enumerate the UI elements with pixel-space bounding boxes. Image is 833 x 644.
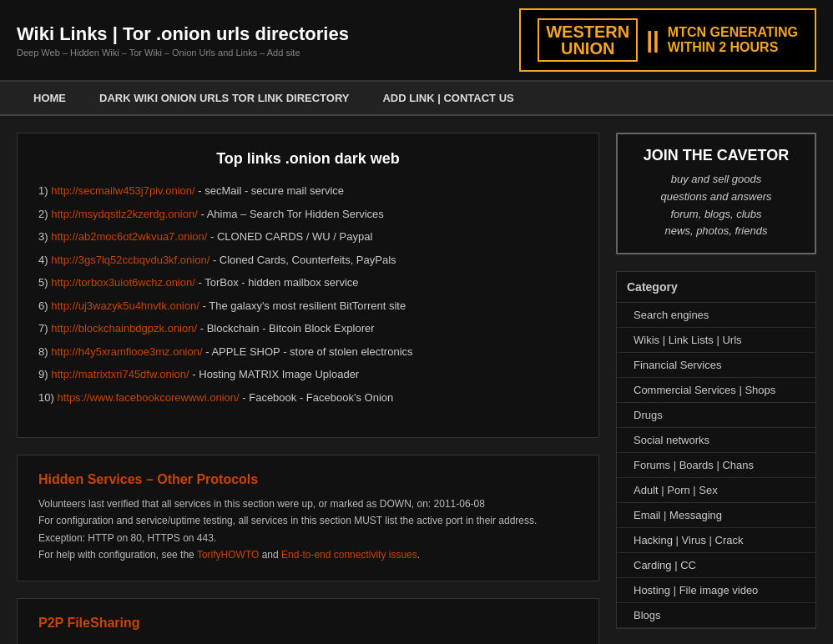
- onion-link[interactable]: http://h4y5xramfiooe3mz.onion/: [51, 345, 202, 358]
- list-item: 8) http://h4y5xramfiooe3mz.onion/ - APPL…: [38, 344, 578, 360]
- onion-link[interactable]: http://ab2moc6ot2wkvua7.onion/: [51, 230, 207, 243]
- sidebar-category-item[interactable]: Carding | CC: [617, 553, 815, 578]
- main-nav: HOME DARK WIKI ONION URLS TOR LINK DIREC…: [0, 82, 833, 116]
- category-list: Search enginesWikis | Link Lists | UrlsF…: [617, 303, 815, 628]
- list-item: 2) http://msydqstlz2kzerdg.onion/ - Ahim…: [38, 206, 578, 223]
- list-item: 4) http://3gs7lq52ccbqvdu3kf.onion/ - Cl…: [38, 252, 578, 269]
- wu-logo: WESTERNUNION: [538, 18, 638, 62]
- period: .: [417, 549, 420, 561]
- cavetor-desc: buy and sell goodsquestions and answersf…: [630, 171, 802, 240]
- site-branding: Wiki Links | Tor .onion urls directories…: [17, 23, 349, 58]
- sidebar-category-item[interactable]: Social networks: [617, 428, 815, 453]
- onion-link[interactable]: http://blockchainbdgpzk.onion/: [51, 322, 197, 335]
- category-section: Category Search enginesWikis | Link List…: [616, 271, 816, 629]
- nav-addlink[interactable]: ADD LINK | CONTACT US: [366, 82, 530, 114]
- site-title: Wiki Links | Tor .onion urls directories: [17, 23, 349, 45]
- nav-home[interactable]: HOME: [17, 82, 83, 114]
- and-text: and: [259, 549, 281, 561]
- wu-separator: ||: [646, 27, 659, 53]
- sidebar-category-item[interactable]: Hosting | File image video: [617, 578, 815, 603]
- onion-link[interactable]: https://www.facebookcorewwwi.onion/: [57, 391, 239, 404]
- sidebar-category-item[interactable]: Hacking | Virus | Crack: [617, 528, 815, 553]
- list-item: 6) http://uj3wazyk5u4hnvtk.onion/ - The …: [38, 298, 578, 314]
- list-item: 3) http://ab2moc6ot2wkvua7.onion/ - CLON…: [38, 229, 578, 245]
- top-links-section: Top links .onion dark web 1) http://secm…: [17, 133, 599, 438]
- sidebar: JOIN THE CAVETOR buy and sell goodsquest…: [616, 133, 816, 644]
- category-title: Category: [617, 272, 815, 303]
- sidebar-category-item[interactable]: Wikis | Link Lists | Urls: [617, 328, 815, 353]
- hs-line2: For configuration and service/uptime tes…: [38, 515, 537, 543]
- torify-link[interactable]: TorifyHOWTO: [197, 549, 259, 561]
- hidden-services-section: Hidden Services – Other Protocols Volunt…: [17, 455, 599, 581]
- cavetor-title: JOIN THE CAVETOR: [630, 147, 802, 164]
- main-content: Top links .onion dark web 1) http://secm…: [17, 133, 599, 644]
- cavetor-box[interactable]: JOIN THE CAVETOR buy and sell goodsquest…: [616, 133, 816, 254]
- top-links-title: Top links .onion dark web: [38, 150, 578, 168]
- p2p-section: P2P FileSharing: [17, 598, 599, 644]
- sidebar-category-item[interactable]: Drugs: [617, 403, 815, 428]
- hidden-services-text: Volunteers last verified that all servic…: [38, 496, 578, 564]
- sidebar-category-item[interactable]: Forums | Boards | Chans: [617, 453, 815, 478]
- onion-link[interactable]: http://matrixtxri745dfw.onion/: [51, 368, 189, 380]
- nav-directory[interactable]: DARK WIKI ONION URLS TOR LINK DIRECTORY: [83, 82, 366, 114]
- sidebar-category-item[interactable]: Financial Services: [617, 353, 815, 378]
- endtoend-link[interactable]: End-to-end connectivity issues: [281, 549, 417, 561]
- onion-link[interactable]: http://3gs7lq52ccbqvdu3kf.onion/: [51, 254, 210, 266]
- p2p-title: P2P FileSharing: [38, 616, 578, 631]
- list-item: 7) http://blockchainbdgpzk.onion/ - Bloc…: [38, 320, 578, 337]
- links-list: 1) http://secmailw453j7piv.onion/ - secM…: [38, 183, 578, 405]
- sidebar-category-item[interactable]: Email | Messaging: [617, 503, 815, 528]
- onion-link[interactable]: http://torbox3uiot6wchz.onion/: [51, 276, 195, 289]
- sidebar-category-item[interactable]: Commercial Services | Shops: [617, 378, 815, 403]
- onion-link[interactable]: http://secmailw453j7piv.onion/: [51, 184, 194, 197]
- sidebar-category-item[interactable]: Adult | Porn | Sex: [617, 478, 815, 503]
- sidebar-category-item[interactable]: Search engines: [617, 303, 815, 328]
- list-item: 9) http://matrixtxri745dfw.onion/ - Host…: [38, 366, 578, 383]
- wu-tagline: MTCN GENERATINGWITHIN 2 HOURS: [668, 25, 798, 55]
- list-item: 1) http://secmailw453j7piv.onion/ - secM…: [38, 183, 578, 199]
- sidebar-category-item[interactable]: Blogs: [617, 603, 815, 628]
- site-subtitle: Deep Web – Hidden Wiki – Tor Wiki – Onio…: [17, 48, 349, 58]
- main-layout: Top links .onion dark web 1) http://secm…: [0, 116, 833, 644]
- onion-link[interactable]: http://msydqstlz2kzerdg.onion/: [51, 208, 198, 220]
- list-item: 5) http://torbox3uiot6wchz.onion/ - TorB…: [38, 274, 578, 291]
- western-union-banner[interactable]: WESTERNUNION || MTCN GENERATINGWITHIN 2 …: [519, 8, 816, 72]
- page-header: Wiki Links | Tor .onion urls directories…: [0, 0, 833, 82]
- hs-line1: Volunteers last verified that all servic…: [38, 498, 485, 510]
- hidden-services-title: Hidden Services – Other Protocols: [38, 472, 578, 487]
- hs-line3-prefix: For help with configuration, see the: [38, 549, 197, 561]
- onion-link[interactable]: http://uj3wazyk5u4hnvtk.onion/: [51, 299, 199, 312]
- list-item: 10) https://www.facebookcorewwwi.onion/ …: [38, 390, 578, 406]
